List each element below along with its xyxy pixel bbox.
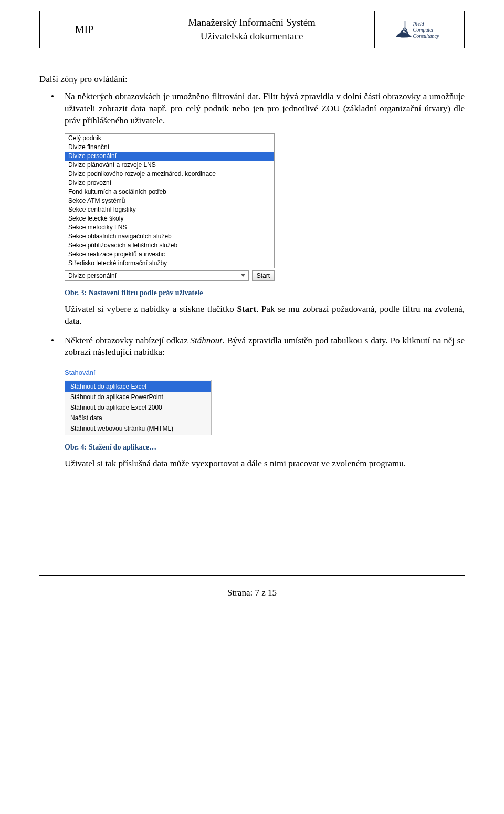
zou-list-item[interactable]: Sekce realizace projektů a investic	[65, 250, 274, 259]
page-header: MIP Manažerský Informační Systém Uživate…	[39, 11, 465, 48]
download-menu-item[interactable]: Stáhnout webovou stránku (MHTML)	[65, 423, 211, 434]
svg-text:Computer: Computer	[413, 27, 434, 33]
zou-list-item[interactable]: Středisko letecké informační služby	[65, 259, 274, 268]
zou-list-item[interactable]: Sekce metodiky LNS	[65, 223, 274, 232]
figure-3: Celý podnikDivize finančníDivize personá…	[65, 133, 465, 281]
zou-select[interactable]: Divize personální	[65, 270, 249, 281]
zou-listbox[interactable]: Celý podnikDivize finančníDivize personá…	[65, 133, 275, 268]
bullet-filtering: Na některých obrazovkách je umožněno fil…	[39, 91, 465, 127]
svg-text:Consultancy: Consultancy	[413, 33, 440, 39]
after-fig3-text: Uživatel si vybere z nabídky a stiskne t…	[65, 304, 465, 328]
zou-list-item[interactable]: Divize personální	[65, 152, 274, 161]
zou-list-item[interactable]: Divize plánování a rozvoje LNS	[65, 161, 274, 170]
header-left-text: MIP	[75, 23, 94, 37]
header-left: MIP	[40, 11, 129, 48]
bullet-filtering-text: Na některých obrazovkách je umožněno fil…	[65, 91, 465, 126]
intro-text: Další zóny pro ovládání:	[39, 74, 465, 86]
download-menu-item[interactable]: Stáhnout do aplikace PowerPoint	[65, 392, 211, 402]
download-menu-item[interactable]: Stáhnout do aplikace Excel	[65, 381, 211, 392]
header-title-2: Uživatelská dokumentace	[201, 29, 303, 43]
bullet-download: Některé obrazovky nabízejí odkaz Stáhnou…	[39, 335, 465, 359]
zou-list-item[interactable]: Sekce centrální logistiky	[65, 205, 274, 214]
zou-list-item[interactable]: Sekce oblastních navigačních služeb	[65, 232, 274, 241]
svg-text:Ifield: Ifield	[413, 21, 425, 27]
zou-list-item[interactable]: Celý podnik	[65, 134, 274, 143]
download-menu-item[interactable]: Načíst data	[65, 413, 211, 423]
download-menu-title: Stahování	[65, 368, 465, 378]
company-logo-icon: Ifield Computer Consultancy	[393, 16, 446, 43]
zou-list-item[interactable]: Divize provozní	[65, 179, 274, 187]
zou-select-value: Divize personální	[68, 272, 117, 280]
header-center: Manažerský Informační Systém Uživatelská…	[129, 11, 375, 48]
header-title-1: Manažerský Informační Systém	[188, 16, 316, 29]
start-button[interactable]: Start	[252, 270, 275, 281]
header-logo: Ifield Computer Consultancy	[375, 11, 464, 48]
zou-list-item[interactable]: Sekce ATM systémů	[65, 196, 274, 205]
download-menu-item[interactable]: Stáhnout do aplikace Excel 2000	[65, 402, 211, 413]
download-menu[interactable]: Stáhnout do aplikace ExcelStáhnout do ap…	[65, 380, 212, 435]
chevron-down-icon	[241, 274, 245, 277]
figure-4-caption: Obr. 4: Stažení do aplikace…	[65, 443, 465, 453]
figure-3-caption: Obr. 3: Nastavení filtru podle práv uživ…	[65, 288, 465, 298]
zou-list-item[interactable]: Fond kulturních a sociálních potřeb	[65, 187, 274, 196]
zou-list-item[interactable]: Divize podnikového rozvoje a mezinárod. …	[65, 170, 274, 179]
page-footer: Strana: 7 z 15	[39, 576, 465, 599]
zou-list-item[interactable]: Sekce letecké školy	[65, 214, 274, 223]
closing-text: Uživatel si tak příslušná data může vyex…	[65, 458, 465, 470]
zou-list-item[interactable]: Divize finanční	[65, 143, 274, 152]
zou-list-item[interactable]: Sekce přibližovacích a letištních služeb	[65, 241, 274, 250]
start-button-label: Start	[257, 272, 270, 280]
